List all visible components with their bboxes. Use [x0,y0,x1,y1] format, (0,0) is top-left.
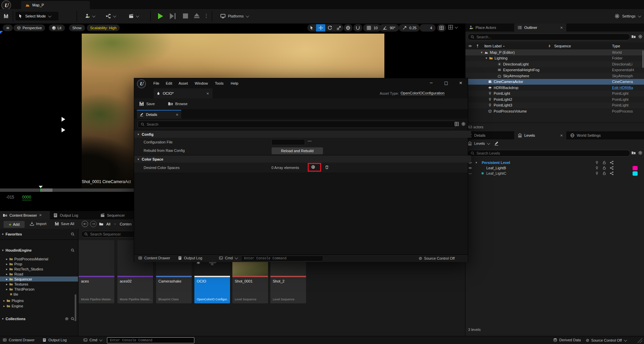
menu-help[interactable]: Help [231,81,238,85]
folder-item[interactable]: ▸Engine [0,303,78,309]
rotation-snap-button[interactable]: 90° [379,24,399,32]
select-tool-button[interactable] [307,24,316,32]
blueprint-icon[interactable] [610,171,614,175]
lock-icon[interactable] [602,161,606,165]
levels-dropdown-button[interactable]: Levels [467,141,489,146]
eject-button[interactable] [194,13,199,18]
camera-speed-button[interactable]: 4 [420,24,435,32]
folder-item-selected[interactable]: ▸Sequencer [0,276,78,282]
close-icon[interactable]: ✕ [39,213,42,217]
folder-plus-icon[interactable] [631,34,636,39]
gear-icon[interactable] [461,122,466,126]
grid-snap-button[interactable]: 10 [363,24,381,32]
source-control-button[interactable]: ⊘ Source Control Off [586,338,626,343]
details-search[interactable] [138,121,456,128]
collections-header[interactable]: ▾ Collections ⊕ [2,316,75,321]
scale-tool-button[interactable] [334,24,343,32]
save-button[interactable]: Save [139,101,155,106]
ocio-asset-tab[interactable]: OCIO* ✕ [154,88,213,98]
outliner-row[interactable]: PointLight2PointLight [465,96,644,102]
viewport-options-button[interactable]: ≡ [3,25,13,31]
folder-item[interactable]: ▸Plugins [0,298,78,303]
level-row[interactable]: Leaf_LightB [465,165,644,171]
browse-file-button[interactable]: ... [308,138,312,142]
close-icon[interactable]: ✕ [176,113,179,117]
output-log-button[interactable]: Output Log [42,338,67,342]
forward-button[interactable]: → [90,221,97,227]
folder-item[interactable]: ▸Prop [0,261,78,266]
world-coordinate-button[interactable] [344,24,352,32]
console-input-box[interactable] [107,337,194,343]
folder-item[interactable]: ▸RezTech_Studios [0,266,78,271]
source-control-button[interactable]: ⊘ Source Control Off [419,256,455,261]
browse-button[interactable]: Browse [168,101,188,106]
outliner-search[interactable] [467,34,630,40]
menu-edit[interactable]: Edit [166,81,172,85]
console-command-input[interactable] [243,256,321,261]
content-drawer-button[interactable]: Content Drawer [138,256,170,260]
details-search-input[interactable] [147,122,453,126]
gear-icon[interactable] [638,150,643,155]
menu-tools[interactable]: Tools [215,81,224,85]
tab-output-log[interactable]: Output Log [51,211,78,219]
level-row-persistent[interactable]: ▾ Persistent Level [465,160,644,165]
level-tab[interactable]: Map_P [21,1,90,9]
cmd-button[interactable]: Cmd [219,256,237,260]
tree-scrollbar[interactable] [75,294,76,321]
column-item-label[interactable]: Item Label [484,44,501,48]
cinematics-button[interactable] [128,13,138,19]
outliner-row[interactable]: ▾ Map_P (Editor)World [465,49,644,55]
search-icon[interactable] [71,248,75,252]
houdini-engine-header[interactable]: ▾ HoudiniEngine [2,248,75,252]
derived-data-button[interactable]: Derived Data [553,338,581,342]
menu-asset[interactable]: Asset [179,81,188,85]
outliner-row[interactable]: PostProcessVolumePostProcess [465,108,644,114]
surface-snapping-button[interactable] [353,24,362,32]
lighting-scenario-icon[interactable] [595,171,599,175]
search-icon[interactable] [71,232,75,236]
add-actor-button[interactable] [85,13,94,19]
outliner-row-selected[interactable]: CineCameraActorCineCamera [465,79,644,85]
level-color-swatch[interactable] [633,166,638,170]
level-row[interactable]: Leaf_LightC [465,171,644,176]
tab-world-settings[interactable]: World Settings [568,131,601,139]
add-array-element-button[interactable]: ⊕ [311,165,315,170]
content-drawer-button[interactable]: Content Drawer [3,338,35,342]
outliner-row[interactable]: ▾ LightingFolder [465,55,644,61]
timeline-scrubber[interactable] [0,188,152,192]
eye-icon[interactable] [468,166,472,170]
tab-place-actors[interactable]: Place Actors [465,24,496,32]
outliner-scrollbar[interactable] [642,50,644,68]
asset-type-value[interactable]: OpenColorIOConfiguration [401,91,444,95]
column-sequence[interactable]: Sequence [554,44,612,48]
add-button[interactable]: + Add [3,221,25,228]
close-icon[interactable]: ✕ [560,26,563,30]
tab-outliner[interactable]: Outliner ✕ [514,24,566,32]
eye-icon[interactable] [468,44,472,48]
search-icon[interactable] [71,317,75,321]
platforms-button[interactable]: Platforms [220,13,248,19]
folder-item[interactable]: ▸PostProcessMaterial [0,256,78,261]
settings-button[interactable]: Settings [614,13,640,19]
asset-tile[interactable]: aces Movie Pipeline Master... [79,240,114,303]
scalability-button[interactable]: Scalability: High [87,25,120,31]
menu-file[interactable]: File [153,81,159,85]
save-button[interactable] [3,13,9,19]
favorites-header[interactable]: ▾ Favorites [2,232,75,236]
levels-search-input[interactable] [477,151,627,155]
blueprints-button[interactable] [106,13,115,19]
select-mode-button[interactable]: Select Mode [15,12,59,20]
resize-grip[interactable] [638,338,642,343]
viewport-layout-button[interactable] [448,25,457,30]
outliner-row[interactable]: HDRIBackdropEdit HDRIBa [465,85,644,91]
folder-item[interactable]: ▸ThirdPerson [0,287,78,292]
display-options-icon[interactable] [454,122,459,126]
window-titlebar[interactable]: U File Edit Asset Window Tools Help − □ … [134,78,468,88]
expander-icon[interactable]: ▾ [476,161,477,164]
playhead[interactable] [39,186,43,188]
lock-icon[interactable] [602,171,606,175]
timeline-range[interactable] [40,188,52,192]
reload-rebuild-button[interactable]: Reload and Rebuild [271,147,323,155]
eye-closed-icon[interactable] [468,171,472,175]
folder-item[interactable]: ▸Road [0,271,78,276]
